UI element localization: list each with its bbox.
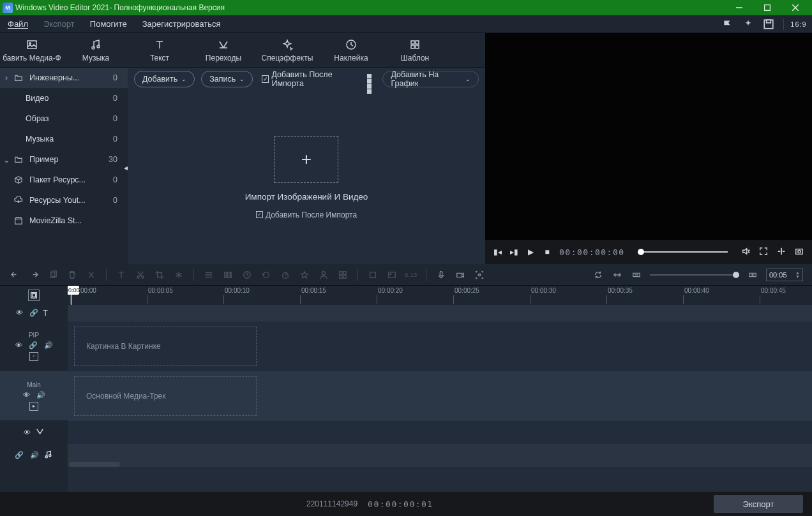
fullscreen-icon[interactable] xyxy=(758,247,769,258)
speed-button[interactable] xyxy=(280,269,291,281)
delete-button[interactable] xyxy=(66,269,78,281)
expand-icon[interactable]: ⌄ xyxy=(3,155,10,165)
maximize-button[interactable] xyxy=(753,0,781,15)
sidebar-item-video[interactable]: Видео 0 xyxy=(0,88,128,108)
camera-button[interactable] xyxy=(455,269,466,281)
cut-button[interactable] xyxy=(135,269,146,281)
grid-view-button[interactable] xyxy=(367,74,377,84)
timeline-ruler[interactable]: 00:00:00 00:00:05 00:00:10 00:00:15 00:0… xyxy=(68,286,812,305)
lane-text[interactable] xyxy=(68,305,812,321)
preview-slider[interactable] xyxy=(638,251,728,253)
copy-button[interactable] xyxy=(47,269,59,281)
track-head-transition[interactable]: 👁 xyxy=(0,421,68,444)
screen-record-button[interactable] xyxy=(474,269,485,281)
columns-button[interactable] xyxy=(222,269,234,281)
split-button[interactable] xyxy=(86,269,97,281)
drop-sub-checkbox[interactable]: ✓ Добавить После Импорта xyxy=(256,210,357,219)
expand-icon[interactable]: › xyxy=(3,73,10,82)
sidebar-item-youtube[interactable]: Ресурсы Yout... 0 xyxy=(0,190,128,210)
lane-transition[interactable] xyxy=(68,421,812,444)
eye-icon[interactable]: 👁 xyxy=(16,309,23,317)
sidebar-item-store[interactable]: MovieZilla St... xyxy=(0,210,128,231)
mic-button[interactable] xyxy=(435,269,447,281)
sidebar-item-image[interactable]: Образ 0 xyxy=(0,108,128,129)
stepper-icon[interactable]: ▲▼ xyxy=(795,271,800,279)
timeline-playhead[interactable]: 00:00 xyxy=(71,286,72,305)
play-button[interactable]: ▶ xyxy=(526,247,535,256)
zoom-slider[interactable] xyxy=(650,274,739,276)
menu-export[interactable]: Экспорт xyxy=(43,19,75,29)
mute-icon[interactable] xyxy=(741,247,751,258)
tab-music[interactable]: Музыка xyxy=(64,33,128,68)
sidebar-item-sample[interactable]: ⌄ Пример 30 xyxy=(0,149,128,170)
sidebar-item-music[interactable]: Музыка 0 xyxy=(0,129,128,149)
menu-help[interactable]: Помогите xyxy=(90,19,127,29)
prev-frame-button[interactable]: ▮◂ xyxy=(493,247,502,256)
eye-icon[interactable]: 👁 xyxy=(23,391,30,399)
fit-width-button[interactable] xyxy=(612,269,623,281)
add-after-import-checkbox[interactable]: ✓ Добавить После Импорта xyxy=(262,70,359,88)
text-tool-button[interactable] xyxy=(116,269,127,281)
freeze-button[interactable] xyxy=(173,269,184,281)
crop-icon[interactable] xyxy=(776,247,786,258)
speaker-icon[interactable]: 🔊 xyxy=(30,451,39,459)
lane-main[interactable]: Основной Медиа-Трек xyxy=(68,371,812,421)
track-head-pip[interactable]: PIP 👁🔗🔊 ▫ xyxy=(0,321,68,371)
menu-register[interactable]: Зарегистрироваться xyxy=(142,19,221,29)
sparkle-icon[interactable] xyxy=(742,18,754,30)
record-button[interactable]: Запись⌄ xyxy=(201,71,253,87)
tab-template[interactable]: Шаблон xyxy=(383,33,447,68)
refresh-button[interactable] xyxy=(592,269,604,281)
tab-sticker[interactable]: Наклейка xyxy=(319,33,383,68)
align-button[interactable] xyxy=(203,269,214,281)
track-head-main[interactable]: Main 👁🔊 ▸ xyxy=(0,371,68,421)
user-button[interactable] xyxy=(318,269,329,281)
tab-text[interactable]: Текст xyxy=(128,33,192,68)
link-icon[interactable]: 🔗 xyxy=(29,309,38,317)
add-button[interactable]: Добавить⌄ xyxy=(134,71,195,87)
reverse-button[interactable] xyxy=(260,269,272,281)
speaker-icon[interactable]: 🔊 xyxy=(36,391,45,399)
track-lanes[interactable]: Картинка В Картинке Основной Медиа-Трек xyxy=(68,305,812,516)
export-button[interactable]: Экспорт xyxy=(714,495,803,513)
sidebar-item-resources[interactable]: Пакет Ресурс... 0 xyxy=(0,170,128,190)
link-icon[interactable]: 🔗 xyxy=(29,341,38,350)
stop-button[interactable]: ■ xyxy=(543,247,552,256)
track-head-text[interactable]: 👁🔗 T xyxy=(0,305,68,321)
link-icon[interactable]: 🔗 xyxy=(15,451,24,459)
sidebar-item-engineering[interactable]: › Инженерны... 0 xyxy=(0,68,128,88)
import-drop-zone[interactable]: + Импорт Изображений И Видео ✓ Добавить … xyxy=(128,91,485,264)
lane-audio[interactable] xyxy=(68,444,812,467)
tab-media[interactable]: бавить Медиа-Ф xyxy=(0,33,64,68)
crop-tool-button[interactable] xyxy=(154,269,165,281)
tab-effects[interactable]: Спецэффекты xyxy=(255,33,319,68)
lane-pip[interactable]: Картинка В Картинке xyxy=(68,321,812,371)
close-button[interactable] xyxy=(781,0,809,15)
timeline-scroll-thumb[interactable] xyxy=(69,462,120,467)
sidebar-collapse-handle[interactable]: ◂ xyxy=(123,162,128,173)
crop-area-button[interactable] xyxy=(367,269,379,281)
zoom-out-button[interactable] xyxy=(631,269,642,281)
zoom-in-button[interactable] xyxy=(747,269,758,281)
aspect-ratio-button[interactable]: 16:9 xyxy=(793,18,804,30)
slider-thumb[interactable] xyxy=(638,249,644,255)
eye-icon[interactable]: 👁 xyxy=(15,341,22,350)
zoom-time-input[interactable]: 00:05 ▲▼ xyxy=(766,269,803,281)
duration-button[interactable] xyxy=(241,269,253,281)
track-head-audio[interactable]: 🔗🔊 xyxy=(0,444,68,467)
menu-file[interactable]: Файл xyxy=(8,19,28,29)
snapshot-icon[interactable] xyxy=(794,247,804,258)
mosaic-button[interactable] xyxy=(337,269,349,281)
add-to-graph-button[interactable]: Добавить На График⌄ xyxy=(382,71,479,87)
minimize-button[interactable] xyxy=(725,0,753,15)
ratio-button[interactable]: 8:13 xyxy=(405,269,417,281)
layers-icon[interactable] xyxy=(28,290,40,301)
flag-icon[interactable] xyxy=(722,18,733,30)
next-frame-button[interactable]: ▸▮ xyxy=(509,247,518,256)
speaker-icon[interactable]: 🔊 xyxy=(44,341,53,350)
zoom-thumb[interactable] xyxy=(733,272,739,278)
favorite-button[interactable] xyxy=(299,269,310,281)
eye-icon[interactable]: 👁 xyxy=(24,429,31,436)
undo-button[interactable] xyxy=(9,269,20,281)
save-icon[interactable] xyxy=(763,18,774,30)
